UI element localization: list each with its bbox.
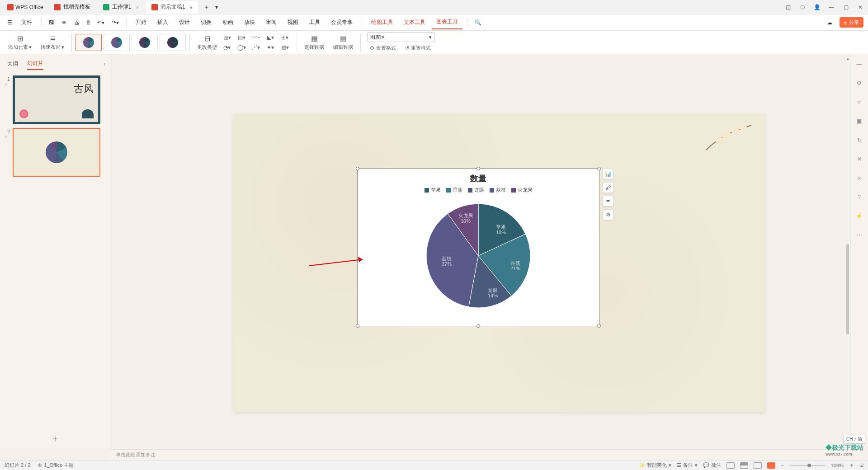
theme-indicator[interactable]: ♔ 1_Office 主题 [38, 462, 74, 469]
smart-beautify-button[interactable]: ✨ 智能美化 ▾ [639, 462, 671, 469]
normal-view-icon[interactable] [726, 462, 735, 469]
slide-thumbnail-1[interactable]: 古风 [13, 75, 100, 124]
notes-bar[interactable]: 单击此处添加备注 [110, 449, 850, 460]
resize-handle-sw[interactable] [356, 324, 359, 328]
resize-handle-se[interactable] [597, 324, 601, 328]
slideshow-view-icon[interactable] [767, 462, 775, 469]
vertical-scrollbar[interactable] [846, 54, 849, 449]
menu-text-tools[interactable]: 文本工具 [399, 16, 430, 29]
chart-style-4[interactable] [160, 34, 186, 51]
menu-view[interactable]: 视图 [283, 16, 303, 29]
tab-outline[interactable]: 大纲 [7, 58, 18, 70]
rail-settings-icon[interactable]: ⚙ [854, 78, 865, 89]
change-type-button[interactable]: ⊟ 更改类型 [195, 34, 219, 51]
resize-handle-s[interactable] [476, 324, 480, 328]
cloud-icon[interactable]: ☁ [824, 18, 835, 28]
menu-transition[interactable]: 切换 [196, 16, 216, 29]
ime-indicator[interactable]: CH ♪ 简 [843, 435, 865, 444]
zoom-in-icon[interactable]: ＋ [849, 462, 854, 469]
chart-legend[interactable]: 苹果 香蕉 龙眼 荔枝 火龙果 [358, 187, 599, 197]
chart-style-3[interactable] [132, 34, 158, 51]
sorter-view-icon[interactable] [740, 462, 748, 469]
menu-start[interactable]: 开始 [131, 16, 151, 29]
add-element-group[interactable]: ⊞ 添加元素 ▾ [5, 31, 35, 54]
bar-chart-icon[interactable]: ▥▾ [221, 33, 233, 42]
select-data-button[interactable]: ▦ 选择数据 [301, 31, 328, 54]
collapse-sidebar-icon[interactable]: ‹ [104, 61, 105, 67]
print-icon[interactable]: 🖨 [71, 18, 82, 28]
maximize-button[interactable]: ▢ [842, 3, 850, 11]
minimize-button[interactable]: — [827, 3, 835, 11]
tab-workbook[interactable]: 工作簿1 × [98, 1, 144, 14]
canvas-area[interactable]: 数量 苹果 香蕉 龙眼 荔枝 火龙果 苹果18% 香蕉21% 龙眼14% 荔枝3… [110, 54, 850, 449]
quick-layout-group[interactable]: ≣ 快速布局 ▾ [37, 31, 68, 54]
menu-draw-tools[interactable]: 绘图工具 [367, 16, 397, 29]
resize-handle-ne[interactable] [597, 167, 601, 170]
new-tab-button[interactable]: ＋ [201, 1, 212, 13]
scatter-chart-icon[interactable]: ⋰▾ [250, 43, 262, 52]
save-icon[interactable]: 🖫 [46, 18, 57, 28]
menu-animation[interactable]: 动画 [218, 16, 238, 29]
fit-window-icon[interactable]: ⊡ [859, 462, 863, 468]
zoom-slider[interactable] [789, 465, 826, 466]
area-chart-icon[interactable]: ◣▾ [264, 33, 277, 42]
menu-insert[interactable]: 插入 [153, 16, 173, 29]
redo-icon[interactable]: ↷▾ [109, 18, 122, 28]
close-icon[interactable]: × [136, 5, 138, 10]
zoom-slider-thumb[interactable] [807, 464, 811, 467]
add-slide-button[interactable]: ＋ [0, 428, 110, 449]
menu-chart-tools[interactable]: 图表工具 [432, 15, 462, 29]
resize-handle-nw[interactable] [356, 167, 359, 170]
pie-chart[interactable]: 苹果18% 香蕉21% 龙眼14% 荔枝37% 火龙果10% [420, 197, 537, 315]
edit-data-button[interactable]: ▤ 编辑数据 [330, 31, 357, 54]
tab-menu-button[interactable]: ▾ [212, 2, 221, 12]
print-preview-icon[interactable]: 👁 [59, 18, 70, 28]
search-icon[interactable]: 🔍 [472, 18, 484, 28]
menu-design[interactable]: 设计 [175, 16, 194, 29]
slide-thumbnail-2[interactable] [13, 128, 100, 177]
rail-animation-icon[interactable]: ⚡ [854, 211, 865, 221]
scroll-up-icon[interactable]: ▴ [847, 56, 849, 61]
treemap-icon[interactable]: ▦▾ [278, 43, 291, 52]
export-icon[interactable]: ⎘ [84, 18, 93, 28]
chart-style-2[interactable] [104, 34, 130, 51]
rail-tools-icon[interactable]: ✕ [854, 154, 865, 164]
cube-icon[interactable]: ⬡ [798, 3, 807, 11]
window-layout-icon[interactable]: ◫ [784, 3, 792, 11]
chart-title[interactable]: 数量 [358, 169, 599, 187]
hbar-chart-icon[interactable]: ▤▾ [235, 33, 248, 42]
chart-settings-icon[interactable]: ⚙ [603, 209, 613, 220]
rail-star-icon[interactable]: ☆ [854, 97, 865, 108]
file-menu[interactable]: 文件 [17, 16, 37, 29]
rail-layers-icon[interactable]: ▣ [854, 116, 865, 127]
comments-toggle[interactable]: 💬 批注 [703, 462, 721, 469]
menu-member[interactable]: 会员专享 [326, 16, 357, 29]
zoom-level[interactable]: 109% [831, 463, 844, 468]
tab-slides[interactable]: 幻灯片 [27, 58, 43, 70]
slide-item-2[interactable]: 2☆ [4, 128, 106, 177]
reading-view-icon[interactable] [754, 462, 762, 469]
chart-filter-icon[interactable]: ⏷ [603, 196, 613, 207]
rail-link-icon[interactable]: ⎘ [854, 173, 865, 183]
avatar-icon[interactable]: 👤 [813, 3, 821, 11]
menu-slideshow[interactable]: 放映 [240, 16, 259, 29]
donut-chart-icon[interactable]: ◯▾ [235, 43, 248, 52]
close-icon[interactable]: ● [190, 5, 193, 10]
chart-style-1[interactable] [75, 34, 102, 51]
combo-chart-icon[interactable]: ⊞▾ [278, 33, 291, 42]
share-button[interactable]: ⎋ 分享 [840, 17, 863, 28]
chart-element-selector[interactable]: 图表区 ▾ [367, 32, 435, 42]
chart-object[interactable]: 数量 苹果 香蕉 龙眼 荔枝 火龙果 苹果18% 香蕉21% 龙眼14% 荔枝3… [357, 168, 599, 326]
rail-minus-icon[interactable]: — [854, 59, 865, 70]
pie-chart-icon[interactable]: ◔▾ [221, 43, 233, 52]
rail-refresh-icon[interactable]: ↻ [854, 135, 865, 146]
slide-item-1[interactable]: 1☆ 古风 [4, 75, 106, 124]
line-chart-icon[interactable]: 〰▾ [250, 33, 262, 42]
resize-handle-n[interactable] [476, 167, 480, 170]
rail-more-icon[interactable]: ⋯ [854, 230, 865, 240]
zoom-out-icon[interactable]: − [781, 463, 783, 468]
scrollbar-thumb[interactable] [846, 244, 849, 334]
tab-presentation[interactable]: 演示文稿1 ● [146, 1, 198, 14]
menu-review[interactable]: 审阅 [261, 16, 281, 29]
undo-icon[interactable]: ↶▾ [94, 18, 107, 28]
